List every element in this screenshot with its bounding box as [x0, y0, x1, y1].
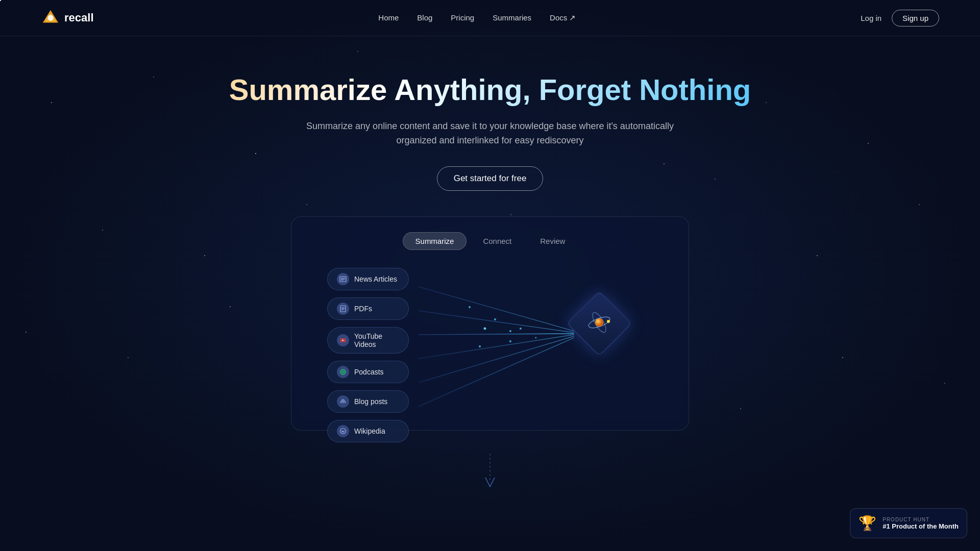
- svg-line-6: [419, 335, 574, 359]
- tab-connect[interactable]: Connect: [471, 232, 524, 250]
- list-item: YouTube Videos: [327, 327, 409, 354]
- ph-badge-text: PRODUCT HUNT #1 Product of the Month: [883, 517, 959, 530]
- demo-card: Summarize Connect Review: [291, 216, 689, 431]
- svg-point-2: [47, 15, 53, 20]
- logo-icon: [41, 8, 60, 28]
- svg-point-29: [342, 371, 344, 373]
- cta-button[interactable]: Get started for free: [437, 166, 544, 191]
- svg-point-14: [479, 345, 481, 347]
- youtube-icon: [337, 334, 349, 346]
- svg-point-15: [509, 340, 511, 342]
- scroll-indicator: [0, 431, 980, 502]
- svg-point-9: [469, 306, 471, 308]
- svg-point-13: [509, 330, 511, 332]
- logo[interactable]: recall: [41, 8, 94, 28]
- news-icon: [337, 273, 349, 285]
- svg-point-11: [520, 328, 522, 330]
- recall-icon: [586, 309, 612, 336]
- list-item: PDFs: [327, 297, 409, 320]
- signup-button[interactable]: Sign up: [892, 10, 939, 27]
- ph-label: PRODUCT HUNT: [883, 517, 959, 522]
- nav-links: Home Blog Pricing Summaries Docs ↗: [378, 13, 576, 22]
- nav-right: Log in Sign up: [861, 10, 939, 27]
- svg-line-3: [419, 287, 574, 331]
- down-arrow-icon: [482, 451, 498, 492]
- svg-point-10: [494, 318, 496, 320]
- navbar: recall Home Blog Pricing Summaries Docs …: [0, 0, 980, 36]
- pdf-icon: [337, 303, 349, 315]
- list-item: Blog posts: [327, 390, 409, 413]
- svg-point-16: [535, 337, 536, 339]
- tab-review[interactable]: Review: [528, 232, 577, 250]
- svg-point-12: [484, 328, 486, 330]
- list-item: Podcasts: [327, 361, 409, 383]
- content-items: News Articles PDFs: [327, 268, 409, 442]
- demo-section: Summarize Connect Review: [0, 191, 980, 431]
- svg-point-36: [595, 318, 603, 327]
- hero-section: Summarize Anything, Forget Nothing Summa…: [0, 36, 980, 191]
- login-button[interactable]: Log in: [861, 14, 881, 22]
- tab-summarize[interactable]: Summarize: [403, 232, 467, 250]
- nav-home[interactable]: Home: [378, 13, 399, 22]
- nav-docs[interactable]: Docs ↗: [550, 13, 576, 22]
- hero-subtitle: Summarize any online content and save it…: [299, 119, 681, 148]
- logo-text: recall: [64, 11, 94, 24]
- svg-point-37: [607, 320, 610, 323]
- svg-line-8: [419, 338, 574, 407]
- trophy-icon: 🏆: [859, 515, 876, 532]
- svg-line-4: [419, 311, 574, 333]
- product-hunt-badge[interactable]: 🏆 PRODUCT HUNT #1 Product of the Month: [850, 508, 967, 538]
- demo-tabs: Summarize Connect Review: [312, 232, 668, 250]
- nav-summaries[interactable]: Summaries: [493, 13, 531, 22]
- list-item: News Articles: [327, 268, 409, 290]
- podcast-icon: [337, 366, 349, 378]
- center-recall-logo: [576, 300, 622, 346]
- svg-line-5: [419, 334, 574, 335]
- svg-line-7: [419, 336, 574, 383]
- nav-pricing[interactable]: Pricing: [451, 13, 474, 22]
- nav-blog[interactable]: Blog: [417, 13, 432, 22]
- hero-title: Summarize Anything, Forget Nothing: [10, 72, 970, 108]
- ph-title: #1 Product of the Month: [883, 522, 959, 530]
- blog-icon: [337, 395, 349, 408]
